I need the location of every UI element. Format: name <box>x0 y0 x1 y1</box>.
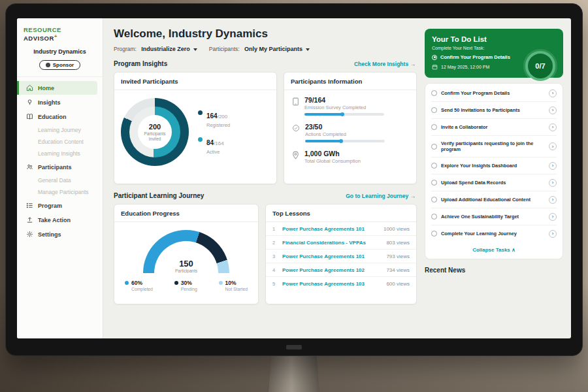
task-expand-button[interactable]: › <box>549 213 557 221</box>
task-expand-button[interactable]: › <box>549 106 557 114</box>
page-title: Welcome, Industry Dynamics <box>114 27 417 41</box>
chevron-down-icon <box>306 48 310 51</box>
sponsor-label: Sponsor <box>53 62 74 68</box>
sidebar-item-education[interactable]: Education <box>17 110 103 123</box>
section-title: Participant Learning Journey <box>114 192 204 199</box>
emission-survey-progressbar <box>304 113 384 116</box>
sidebar-item-learning-journey[interactable]: Learning Journey <box>17 124 103 136</box>
program-dropdown[interactable]: Industrialize Zero <box>141 46 190 52</box>
go-to-learning-journey-link[interactable]: Go to Learning Journey → <box>346 193 416 199</box>
sidebar-item-label: Insights <box>38 99 61 106</box>
actions-completed-icon <box>292 124 300 132</box>
sidebar-item-insights[interactable]: Insights <box>17 95 103 109</box>
card-title: Top Lessons <box>266 204 416 222</box>
collapse-tasks-button[interactable]: Collapse Tasks ∧ <box>431 242 557 255</box>
lesson-row: 4 Power Purchase Agreements 102 734 view… <box>266 263 416 277</box>
sidebar-item-settings[interactable]: Settings <box>17 227 103 241</box>
org-block: Industry Dynamics Sponsor <box>17 47 103 77</box>
main-column: Welcome, Industry Dynamics Program: Indu… <box>114 24 417 338</box>
sidebar: RESOURCE ADVISOR+ Industry Dynamics Spon… <box>17 18 103 338</box>
sidebar-item-education-content[interactable]: Education Content <box>17 136 103 148</box>
todo-subtitle: Complete Your Next Task: <box>432 46 556 50</box>
participants-information-card: Participants Information 79/164 Emission… <box>284 72 417 184</box>
lesson-row: 1 Power Purchase Agreements 101 1000 vie… <box>266 222 416 236</box>
take-action-icon <box>26 216 33 223</box>
sidebar-item-program[interactable]: Program <box>17 199 103 212</box>
sponsor-badge[interactable]: Sponsor <box>39 60 80 70</box>
lesson-row: 2 Financial Considerations - VPPAs 803 v… <box>266 236 416 250</box>
legend-dot <box>125 281 129 285</box>
task-row: Upload Spend Data Records › <box>431 174 557 191</box>
lesson-link[interactable]: Power Purchase Agreements 102 <box>282 267 382 273</box>
sidebar-item-home[interactable]: Home <box>17 81 97 95</box>
todo-header-card: Your To Do List Complete Your Next Task:… <box>425 29 563 78</box>
legend-item-pending: 30% Pending <box>174 280 197 291</box>
task-expand-button[interactable]: › <box>549 230 557 238</box>
education-progress-card: Education Progress 150 Participants <box>114 204 259 304</box>
sponsor-icon <box>46 63 50 67</box>
lesson-link[interactable]: Financial Considerations - VPPAs <box>282 240 382 246</box>
global-consumption-icon <box>292 151 299 159</box>
radio-icon <box>432 55 437 60</box>
task-checkbox[interactable] <box>431 231 437 237</box>
info-row-emission-survey: 79/164 Emission Survey Completed <box>284 90 416 117</box>
todo-tasks-card: Confirm Your Program Details › Send 50 I… <box>425 83 563 259</box>
sidebar-item-label: Education <box>38 114 67 120</box>
task-row: Complete Your Learning Journey › <box>431 225 557 242</box>
task-checkbox[interactable] <box>431 214 437 220</box>
task-expand-button[interactable]: › <box>549 142 557 150</box>
task-expand-button[interactable]: › <box>549 162 557 170</box>
monitor-brand-logo <box>286 345 302 350</box>
learning-journey-header: Participant Learning Journey Go to Learn… <box>114 192 416 199</box>
participants-dropdown[interactable]: Only My Participants <box>244 46 302 52</box>
lesson-row: 3 Power Purchase Agreements 101 793 view… <box>266 250 416 263</box>
task-checkbox[interactable] <box>431 90 437 96</box>
info-row-consumption: 1,000 GWh Total Global Consumption <box>284 144 416 165</box>
task-expand-button[interactable]: › <box>549 90 557 97</box>
task-expand-button[interactable]: › <box>549 123 557 131</box>
lesson-link[interactable]: Power Purchase Agreements 101 <box>282 253 382 259</box>
task-checkbox[interactable] <box>431 197 437 203</box>
lesson-link[interactable]: Power Purchase Agreements 103 <box>282 281 382 287</box>
monitor-bezel: RESOURCE ADVISOR+ Industry Dynamics Spon… <box>5 3 583 356</box>
todo-progress-badge: 0/7 <box>525 51 555 81</box>
sidebar-item-take-action[interactable]: Take Action <box>17 213 103 227</box>
logo-plus: + <box>54 33 57 39</box>
task-checkbox[interactable] <box>431 180 437 186</box>
sidebar-item-participants[interactable]: Participants <box>17 160 103 174</box>
lesson-link[interactable]: Power Purchase Agreements 101 <box>282 226 379 232</box>
donut-legend: 164/200 Registered 84/164 Active <box>198 109 230 155</box>
program-filter: Program: Industrialize Zero <box>114 46 197 52</box>
sidebar-item-manage-participants[interactable]: Manage Participants <box>17 186 103 198</box>
sidebar-item-label: Program <box>38 203 62 209</box>
program-insights-header: Program Insights Check More Insights → <box>114 60 416 67</box>
invited-participants-card: Invited Participants 200 Participants In… <box>114 72 277 184</box>
legend-dot <box>174 281 178 285</box>
sidebar-item-learning-insights[interactable]: Learning Insights <box>17 148 103 159</box>
emission-survey-icon <box>292 97 299 106</box>
task-checkbox[interactable] <box>431 107 437 113</box>
task-row: Confirm Your Program Details › <box>431 85 557 102</box>
gauge-center-label: 150 Participants <box>143 259 229 273</box>
todo-title: Your To Do List <box>432 35 556 43</box>
check-more-insights-link[interactable]: Check More Insights → <box>354 61 416 67</box>
calendar-icon <box>432 64 438 70</box>
lesson-row: 5 Power Purchase Agreements 103 600 view… <box>266 277 416 290</box>
program-filter-label: Program: <box>114 46 137 52</box>
sidebar-item-general-data[interactable]: General Data <box>17 174 103 186</box>
legend-dot <box>198 110 203 115</box>
task-checkbox[interactable] <box>431 163 437 169</box>
legend-dot <box>198 137 203 142</box>
task-checkbox[interactable] <box>431 144 437 150</box>
info-row-actions: 23/50 Actions Completed <box>284 117 416 144</box>
legend-item-registered: 164/200 Registered <box>198 109 230 128</box>
task-expand-button[interactable]: › <box>549 179 557 187</box>
invited-participants-donut: 200 Participants Invited <box>121 98 189 166</box>
recent-news-heading: Recent News <box>425 267 563 274</box>
legend-item-completed: 60% Completed <box>125 280 153 291</box>
legend-dot <box>219 281 223 285</box>
logo-text-primary: RESOURCE <box>24 26 61 33</box>
task-checkbox[interactable] <box>431 124 437 130</box>
task-expand-button[interactable]: › <box>549 196 557 204</box>
insights-cards-row: Invited Participants 200 Participants In… <box>114 72 417 184</box>
